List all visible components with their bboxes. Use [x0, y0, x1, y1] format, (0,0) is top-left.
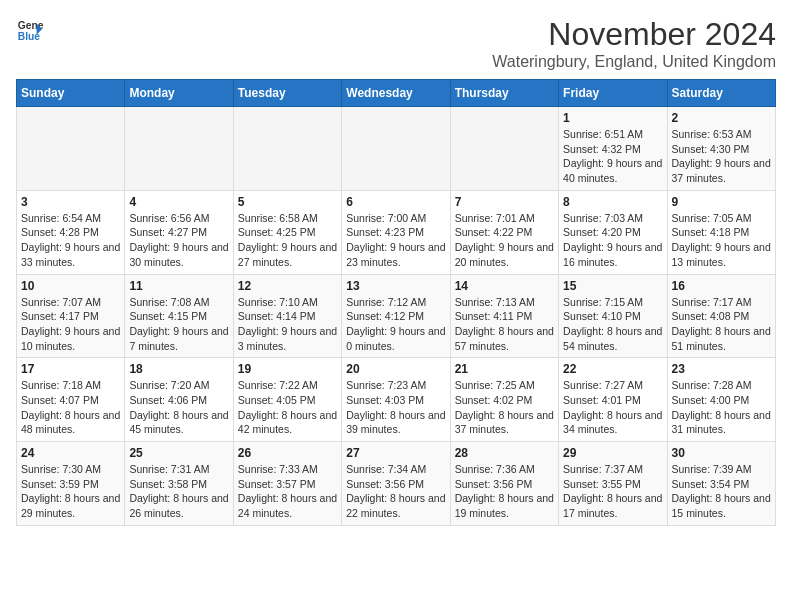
day-info: Sunrise: 7:17 AM Sunset: 4:08 PM Dayligh… [672, 295, 771, 354]
day-info: Sunrise: 7:10 AM Sunset: 4:14 PM Dayligh… [238, 295, 337, 354]
day-info: Sunrise: 7:31 AM Sunset: 3:58 PM Dayligh… [129, 462, 228, 521]
day-number: 9 [672, 195, 771, 209]
calendar-cell: 6Sunrise: 7:00 AM Sunset: 4:23 PM Daylig… [342, 190, 450, 274]
week-row-2: 10Sunrise: 7:07 AM Sunset: 4:17 PM Dayli… [17, 274, 776, 358]
weekday-thursday: Thursday [450, 80, 558, 107]
day-info: Sunrise: 7:39 AM Sunset: 3:54 PM Dayligh… [672, 462, 771, 521]
weekday-saturday: Saturday [667, 80, 775, 107]
day-info: Sunrise: 7:37 AM Sunset: 3:55 PM Dayligh… [563, 462, 662, 521]
day-info: Sunrise: 7:34 AM Sunset: 3:56 PM Dayligh… [346, 462, 445, 521]
week-row-0: 1Sunrise: 6:51 AM Sunset: 4:32 PM Daylig… [17, 107, 776, 191]
day-number: 24 [21, 446, 120, 460]
week-row-4: 24Sunrise: 7:30 AM Sunset: 3:59 PM Dayli… [17, 442, 776, 526]
day-number: 25 [129, 446, 228, 460]
day-number: 17 [21, 362, 120, 376]
day-info: Sunrise: 7:25 AM Sunset: 4:02 PM Dayligh… [455, 378, 554, 437]
day-info: Sunrise: 7:00 AM Sunset: 4:23 PM Dayligh… [346, 211, 445, 270]
day-number: 30 [672, 446, 771, 460]
calendar-cell: 5Sunrise: 6:58 AM Sunset: 4:25 PM Daylig… [233, 190, 341, 274]
day-number: 7 [455, 195, 554, 209]
day-info: Sunrise: 7:08 AM Sunset: 4:15 PM Dayligh… [129, 295, 228, 354]
calendar-cell: 9Sunrise: 7:05 AM Sunset: 4:18 PM Daylig… [667, 190, 775, 274]
day-info: Sunrise: 7:18 AM Sunset: 4:07 PM Dayligh… [21, 378, 120, 437]
calendar-cell [450, 107, 558, 191]
day-number: 26 [238, 446, 337, 460]
day-number: 18 [129, 362, 228, 376]
calendar-cell: 22Sunrise: 7:27 AM Sunset: 4:01 PM Dayli… [559, 358, 667, 442]
day-number: 14 [455, 279, 554, 293]
calendar-cell: 2Sunrise: 6:53 AM Sunset: 4:30 PM Daylig… [667, 107, 775, 191]
day-number: 1 [563, 111, 662, 125]
calendar-cell: 24Sunrise: 7:30 AM Sunset: 3:59 PM Dayli… [17, 442, 125, 526]
calendar-cell: 4Sunrise: 6:56 AM Sunset: 4:27 PM Daylig… [125, 190, 233, 274]
day-number: 22 [563, 362, 662, 376]
weekday-monday: Monday [125, 80, 233, 107]
day-number: 15 [563, 279, 662, 293]
day-info: Sunrise: 6:54 AM Sunset: 4:28 PM Dayligh… [21, 211, 120, 270]
day-number: 4 [129, 195, 228, 209]
month-title: November 2024 [492, 16, 776, 53]
header: General Blue November 2024 Wateringbury,… [16, 16, 776, 71]
day-number: 3 [21, 195, 120, 209]
calendar-cell: 16Sunrise: 7:17 AM Sunset: 4:08 PM Dayli… [667, 274, 775, 358]
calendar-cell: 21Sunrise: 7:25 AM Sunset: 4:02 PM Dayli… [450, 358, 558, 442]
calendar-cell: 8Sunrise: 7:03 AM Sunset: 4:20 PM Daylig… [559, 190, 667, 274]
calendar-cell: 20Sunrise: 7:23 AM Sunset: 4:03 PM Dayli… [342, 358, 450, 442]
calendar-cell: 23Sunrise: 7:28 AM Sunset: 4:00 PM Dayli… [667, 358, 775, 442]
day-number: 28 [455, 446, 554, 460]
calendar-cell: 13Sunrise: 7:12 AM Sunset: 4:12 PM Dayli… [342, 274, 450, 358]
calendar-cell: 7Sunrise: 7:01 AM Sunset: 4:22 PM Daylig… [450, 190, 558, 274]
logo: General Blue [16, 16, 44, 44]
day-info: Sunrise: 7:13 AM Sunset: 4:11 PM Dayligh… [455, 295, 554, 354]
day-info: Sunrise: 7:20 AM Sunset: 4:06 PM Dayligh… [129, 378, 228, 437]
day-number: 13 [346, 279, 445, 293]
calendar-cell: 28Sunrise: 7:36 AM Sunset: 3:56 PM Dayli… [450, 442, 558, 526]
weekday-sunday: Sunday [17, 80, 125, 107]
calendar-body: 1Sunrise: 6:51 AM Sunset: 4:32 PM Daylig… [17, 107, 776, 526]
logo-icon: General Blue [16, 16, 44, 44]
day-number: 27 [346, 446, 445, 460]
day-info: Sunrise: 7:07 AM Sunset: 4:17 PM Dayligh… [21, 295, 120, 354]
day-info: Sunrise: 7:27 AM Sunset: 4:01 PM Dayligh… [563, 378, 662, 437]
calendar-cell [17, 107, 125, 191]
weekday-friday: Friday [559, 80, 667, 107]
calendar-cell: 25Sunrise: 7:31 AM Sunset: 3:58 PM Dayli… [125, 442, 233, 526]
day-number: 10 [21, 279, 120, 293]
calendar-cell: 27Sunrise: 7:34 AM Sunset: 3:56 PM Dayli… [342, 442, 450, 526]
day-info: Sunrise: 7:36 AM Sunset: 3:56 PM Dayligh… [455, 462, 554, 521]
calendar-cell: 19Sunrise: 7:22 AM Sunset: 4:05 PM Dayli… [233, 358, 341, 442]
day-number: 8 [563, 195, 662, 209]
calendar-cell: 26Sunrise: 7:33 AM Sunset: 3:57 PM Dayli… [233, 442, 341, 526]
day-number: 5 [238, 195, 337, 209]
day-info: Sunrise: 7:28 AM Sunset: 4:00 PM Dayligh… [672, 378, 771, 437]
day-info: Sunrise: 7:12 AM Sunset: 4:12 PM Dayligh… [346, 295, 445, 354]
weekday-tuesday: Tuesday [233, 80, 341, 107]
day-number: 19 [238, 362, 337, 376]
day-number: 2 [672, 111, 771, 125]
day-number: 16 [672, 279, 771, 293]
calendar-cell: 11Sunrise: 7:08 AM Sunset: 4:15 PM Dayli… [125, 274, 233, 358]
calendar-cell: 14Sunrise: 7:13 AM Sunset: 4:11 PM Dayli… [450, 274, 558, 358]
calendar-cell: 12Sunrise: 7:10 AM Sunset: 4:14 PM Dayli… [233, 274, 341, 358]
day-info: Sunrise: 7:15 AM Sunset: 4:10 PM Dayligh… [563, 295, 662, 354]
day-number: 6 [346, 195, 445, 209]
calendar-cell: 15Sunrise: 7:15 AM Sunset: 4:10 PM Dayli… [559, 274, 667, 358]
day-info: Sunrise: 7:23 AM Sunset: 4:03 PM Dayligh… [346, 378, 445, 437]
day-number: 12 [238, 279, 337, 293]
calendar-cell: 29Sunrise: 7:37 AM Sunset: 3:55 PM Dayli… [559, 442, 667, 526]
calendar-cell: 18Sunrise: 7:20 AM Sunset: 4:06 PM Dayli… [125, 358, 233, 442]
calendar: SundayMondayTuesdayWednesdayThursdayFrid… [16, 79, 776, 526]
week-row-3: 17Sunrise: 7:18 AM Sunset: 4:07 PM Dayli… [17, 358, 776, 442]
calendar-cell: 30Sunrise: 7:39 AM Sunset: 3:54 PM Dayli… [667, 442, 775, 526]
calendar-cell [233, 107, 341, 191]
day-number: 20 [346, 362, 445, 376]
week-row-1: 3Sunrise: 6:54 AM Sunset: 4:28 PM Daylig… [17, 190, 776, 274]
day-info: Sunrise: 7:03 AM Sunset: 4:20 PM Dayligh… [563, 211, 662, 270]
calendar-cell [125, 107, 233, 191]
day-info: Sunrise: 6:51 AM Sunset: 4:32 PM Dayligh… [563, 127, 662, 186]
day-info: Sunrise: 7:30 AM Sunset: 3:59 PM Dayligh… [21, 462, 120, 521]
weekday-wednesday: Wednesday [342, 80, 450, 107]
day-info: Sunrise: 7:05 AM Sunset: 4:18 PM Dayligh… [672, 211, 771, 270]
day-number: 23 [672, 362, 771, 376]
day-number: 11 [129, 279, 228, 293]
